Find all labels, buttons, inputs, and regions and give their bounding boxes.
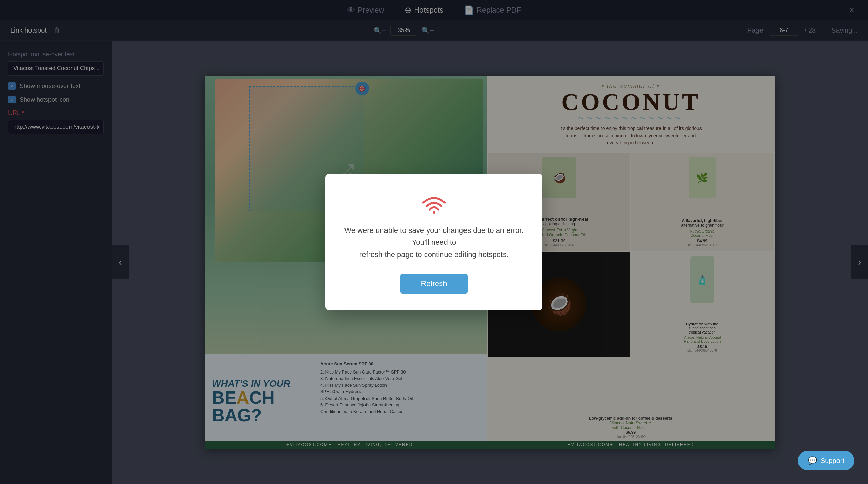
refresh-button[interactable]: Refresh bbox=[400, 274, 467, 294]
error-modal: We were unable to save your changes due … bbox=[326, 174, 542, 310]
wifi-icon-container bbox=[342, 194, 526, 214]
no-connection-icon bbox=[420, 194, 448, 214]
support-label: Support bbox=[821, 457, 844, 465]
support-icon: 💬 bbox=[808, 456, 817, 465]
modal-overlay: We were unable to save your changes due … bbox=[0, 0, 868, 484]
modal-message: We were unable to save your changes due … bbox=[342, 224, 526, 260]
svg-point-0 bbox=[433, 211, 435, 214]
support-button[interactable]: 💬 Support bbox=[798, 451, 854, 470]
